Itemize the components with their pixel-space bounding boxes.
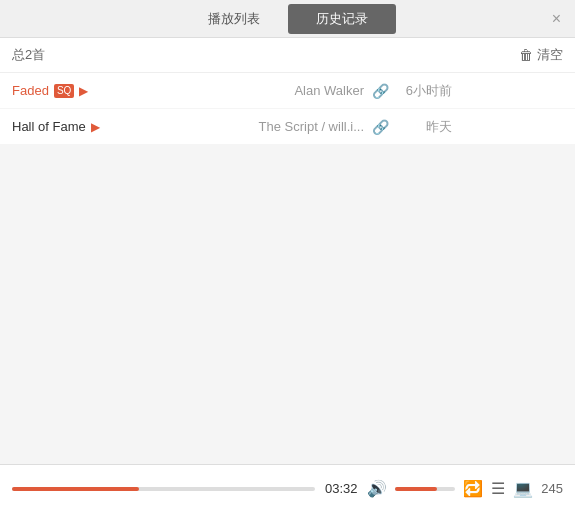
- progress-fill: [12, 487, 139, 491]
- time-col: 昨天: [397, 118, 452, 136]
- link-icon[interactable]: 🔗: [372, 83, 389, 99]
- time-display: 03:32: [323, 481, 359, 496]
- clear-label: 清空: [537, 46, 563, 64]
- volume-fill: [395, 487, 437, 491]
- play-icon[interactable]: ▶: [79, 84, 88, 98]
- song-name: Faded: [12, 83, 49, 98]
- player-bar: 03:32 🔊 🔁 ☰ 💻 245: [0, 464, 575, 512]
- tab-playlist[interactable]: 播放列表: [180, 4, 288, 34]
- time-col: 6小时前: [397, 82, 452, 100]
- song-name: Hall of Fame: [12, 119, 86, 134]
- link-icon[interactable]: 🔗: [372, 119, 389, 135]
- device-icon[interactable]: 💻: [513, 479, 533, 498]
- artist-col: Alan Walker: [212, 83, 372, 98]
- repeat-icon[interactable]: 🔁: [463, 479, 483, 498]
- close-button[interactable]: ×: [552, 11, 561, 27]
- playlist-icon[interactable]: ☰: [491, 479, 505, 498]
- total-count: 总2首: [12, 46, 45, 64]
- play-icon[interactable]: ▶: [91, 120, 100, 134]
- tab-group: 播放列表 历史记录: [180, 4, 396, 34]
- artist-col: The Script / will.i...: [212, 119, 372, 134]
- tab-history[interactable]: 历史记录: [288, 4, 396, 34]
- sq-badge: SQ: [54, 84, 74, 98]
- song-title-col: Hall of Fame ▶: [12, 119, 212, 134]
- empty-area: [0, 145, 575, 465]
- toolbar: 总2首 🗑 清空: [0, 38, 575, 73]
- song-list: Faded SQ ▶ Alan Walker 🔗 6小时前 Hall of Fa…: [0, 73, 575, 145]
- table-row[interactable]: Faded SQ ▶ Alan Walker 🔗 6小时前: [0, 73, 575, 109]
- progress-bar[interactable]: [12, 487, 315, 491]
- trash-icon: 🗑: [519, 47, 533, 63]
- volume-icon[interactable]: 🔊: [367, 479, 387, 498]
- count-badge: 245: [541, 481, 563, 496]
- header: 播放列表 历史记录 ×: [0, 0, 575, 38]
- volume-bar[interactable]: [395, 487, 455, 491]
- table-row[interactable]: Hall of Fame ▶ The Script / will.i... 🔗 …: [0, 109, 575, 145]
- clear-button[interactable]: 🗑 清空: [519, 46, 563, 64]
- song-title-col: Faded SQ ▶: [12, 83, 212, 98]
